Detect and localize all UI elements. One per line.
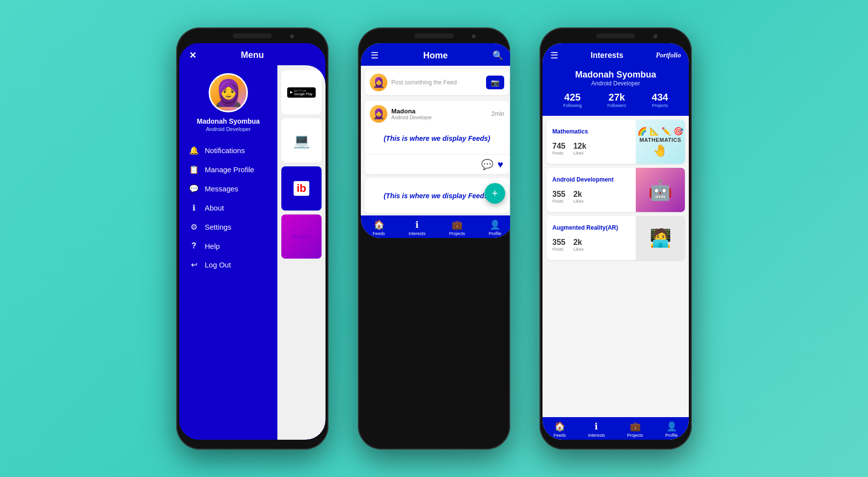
followers-number: 27k [609,92,625,103]
user-name: Madonah Syombua [197,117,260,125]
preview-card-4: Project [281,214,322,259]
android-image: 🤖 [636,168,685,212]
home-bottom-nav: 🏠 Feeds ℹ Interests 💼 Projects 👤 Profile [361,215,510,238]
math-posts: 745 Posts [552,142,566,156]
post-bar[interactable]: 🧕 Post something the Feed 📷 [365,70,509,95]
menu-item-label: Settings [205,223,231,231]
profile-section: Madonah Syombua Android Developer 425 Fo… [542,66,689,116]
followers-label: Followers [607,103,626,108]
ar-bg: 🧑‍💻 [636,216,685,260]
stat-followers: 27k Followers [607,92,626,108]
menu-item-label: Manage Profile [205,165,254,174]
profile-nav-label: Profile [488,231,501,236]
google-play-badge: ▶ GET IT ON Google Play [287,87,315,98]
bell-icon: 🔔 [189,146,199,155]
menu-item-logout[interactable]: ↩ Log Out [179,255,277,274]
home-nav-label: Feeds [373,231,385,236]
interests-home-nav-icon: 🏠 [554,421,565,432]
menu-item-label: Help [205,242,220,250]
laptop-icon: 💻 [293,132,310,149]
math-posts-num: 745 [552,142,566,151]
interest-stats-ar: 355 Posts 2k Likes [552,238,630,252]
menu-header: ✕ Menu [179,43,326,65]
android-posts-num: 355 [552,190,566,199]
camera-icon[interactable]: 📷 [486,76,504,89]
feed-card-1-header: 🧕 Madona Android Developer 2min [365,101,509,127]
interests-home-nav-label: Feeds [554,433,566,438]
stat-following: 425 Following [563,92,582,108]
menu-item-manage-profile[interactable]: 📋 Manage Profile [179,160,277,179]
interests-nav-label: Interests [408,231,426,236]
ar-image: 🧑‍💻 [636,216,685,260]
ar-posts-num: 355 [552,238,566,247]
menu-item-messages[interactable]: 💬 Messages [179,179,277,198]
projects-label: Projects [652,103,668,108]
interest-card-ar[interactable]: Augmented Reality(AR) 355 Posts 2k Likes [546,216,685,260]
interests-interests-nav-label: Interests [588,433,605,438]
projects-nav-label: Projects [449,231,465,236]
feed-card-1-name: Madona [391,107,488,115]
bottom-nav-profile[interactable]: 👤 Profile [488,219,501,236]
phone-home: ☰ Home 🔍 🧕 Post something the Feed 📷 🧕 [358,27,510,450]
math-bg: 🌈 📐 ✏️ 🎯 MATHEMATICS 🤚 [636,120,685,164]
menu-item-label: Messages [205,185,238,193]
info-icon: ℹ [189,203,199,212]
avatar: 🧕 [209,73,248,112]
ar-likes-num: 2k [573,238,584,247]
menu-item-settings[interactable]: ⚙ Settings [179,217,277,237]
interests-bottom-profile[interactable]: 👤 Profile [665,421,678,438]
math-icons: 🌈 📐 ✏️ 🎯 [637,127,683,136]
menu-item-help[interactable]: ? Help [179,237,277,255]
feed-card-1-time: 2min [491,110,504,117]
bottom-nav-interests[interactable]: ℹ Interests [408,219,426,236]
home-header: ☰ Home 🔍 [361,43,510,66]
interests-bottom-feeds[interactable]: 🏠 Feeds [554,421,566,438]
interests-bottom-projects[interactable]: 💼 Projects [627,421,643,438]
feed-card-1-footer: 💬 ♥ [365,154,509,174]
menu-item-label: Log Out [205,261,231,269]
profile-icon: 📋 [189,165,199,174]
ar-likes-label: Likes [573,247,584,252]
messages-icon: 💬 [189,184,199,193]
hamburger-icon[interactable]: ☰ [371,50,379,61]
interest-info-ar: Augmented Reality(AR) 355 Posts 2k Likes [546,216,636,260]
interests-bottom-interests[interactable]: ℹ Interests [588,421,605,438]
search-icon[interactable]: 🔍 [492,50,503,61]
interests-list: Mathematics 745 Posts 12k Likes [542,116,689,417]
menu-item-about[interactable]: ℹ About [179,198,277,217]
user-role: Android Developer [206,126,250,132]
android-likes-num: 2k [573,190,584,199]
bottom-nav-projects[interactable]: 💼 Projects [449,219,465,236]
help-icon: ? [189,241,199,250]
interest-info-android: Android Development 355 Posts 2k Likes [546,168,636,212]
projects-number: 434 [652,92,668,103]
following-number: 425 [564,92,580,103]
portfolio-label: Portfolio [656,52,681,59]
profile-name: Madonah Syombua [550,70,681,80]
profile-role: Android Developer [550,80,681,87]
bottom-nav-feeds[interactable]: 🏠 Feeds [373,219,385,236]
android-posts-label: Posts [552,199,566,204]
menu-item-label: Notifications [205,146,245,155]
comment-icon[interactable]: 💬 [481,159,493,170]
heart-icon[interactable]: ♥ [497,159,503,170]
menu-item-label: About [205,204,224,212]
menu-item-notifications[interactable]: 🔔 Notifications [179,141,277,160]
feed-card-1-body: (This is where we display Feeds) [365,127,509,154]
interest-card-android[interactable]: Android Development 355 Posts 2k Likes [546,168,685,212]
math-likes: 12k Likes [573,142,587,156]
home-title: Home [423,51,448,61]
interests-hamburger-icon[interactable]: ☰ [550,50,558,61]
interest-title-math: Mathematics [552,128,630,135]
post-input[interactable]: Post something the Feed [391,79,482,86]
preview-card-2: 💻 [281,118,322,162]
math-likes-label: Likes [573,151,587,156]
math-hand: 🤚 [653,144,668,158]
project-preview: Project [281,214,322,259]
close-icon[interactable]: ✕ [189,50,196,61]
settings-icon: ⚙ [189,222,199,232]
project-text: Project [293,234,310,239]
fab-button[interactable]: + [485,183,505,204]
menu-title: Menu [241,50,264,60]
interest-card-math[interactable]: Mathematics 745 Posts 12k Likes [546,120,685,164]
